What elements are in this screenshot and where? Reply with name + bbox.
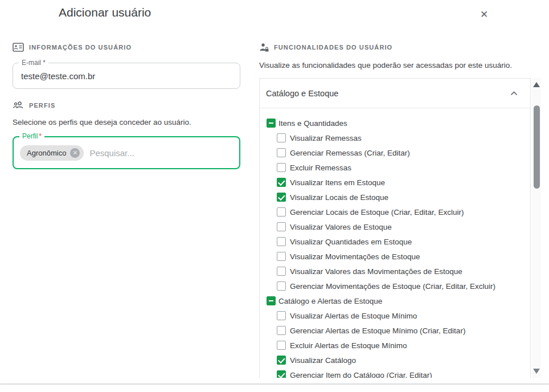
- functionality-item-row: Visualizar Valores de Estoque: [260, 219, 530, 234]
- functionality-item-row: Visualizar Itens em Estoque: [260, 175, 530, 190]
- contact-card-icon: [13, 43, 24, 52]
- functionality-item-label: Gerenciar Locais de Estoque (Criar, Edit…: [290, 208, 464, 217]
- functionality-group-label: Catálogo e Alertas de Estoque: [278, 297, 382, 305]
- functionality-list: Itens e Quantidades Visualizar Remessas …: [260, 108, 530, 378]
- functionality-item-label: Excluir Alertas de Estoque Mínimo: [290, 341, 407, 350]
- functionality-item-row: Gerenciar Alertas de Estoque Mínimo (Cri…: [260, 323, 530, 338]
- item-checkbox[interactable]: [277, 281, 286, 291]
- add-user-modal: Adicionar usuário ✕ INFORMAÇÕES DO USUÁR…: [0, 0, 549, 392]
- modal-bottom-edge: [0, 383, 549, 385]
- item-checkbox[interactable]: [277, 207, 286, 217]
- functionality-item-row: Visualizar Alertas de Estoque Mínimo: [260, 308, 530, 323]
- functionality-item-label: Gerenciar Alertas de Estoque Mínimo (Cri…: [290, 326, 465, 335]
- functionality-item-row: Gerenciar Remessas (Criar, Editar): [260, 145, 530, 160]
- functionality-item-row: Visualizar Quantidades em Estoque: [260, 234, 530, 249]
- functionality-item-row: Visualizar Catálogo: [260, 353, 530, 368]
- profile-chip-label: Agronômico: [27, 149, 66, 157]
- person-lock-icon: [259, 43, 269, 52]
- item-checkbox[interactable]: [277, 341, 286, 350]
- functionality-group-row: Itens e Quantidades: [260, 116, 530, 130]
- item-checkbox[interactable]: [277, 222, 286, 231]
- chip-remove-icon[interactable]: ✕: [70, 148, 80, 158]
- functionality-item-label: Visualizar Remessas: [290, 134, 362, 142]
- group-checkbox[interactable]: [267, 296, 276, 305]
- item-checkbox[interactable]: [277, 370, 286, 378]
- functionality-item-row: Visualizar Remessas: [260, 130, 530, 145]
- functionality-item-label: Visualizar Catálogo: [290, 356, 356, 365]
- profiles-description: Selecione os perfis que deseja conceder …: [13, 118, 246, 126]
- profile-chip[interactable]: Agronômico ✕: [20, 145, 84, 161]
- functionality-group-label: Itens e Quantidades: [278, 119, 347, 128]
- functionalities-description: Visualize as funcionalidades que poderão…: [259, 61, 532, 70]
- functionality-item-label: Gerenciar Movimentações de Estoque (Cria…: [290, 282, 495, 291]
- functionality-item-label: Visualizar Itens em Estoque: [290, 178, 385, 187]
- item-checkbox[interactable]: [277, 267, 286, 276]
- functionalities-panel: Catálogo e Estoque Itens e Quantidades V…: [259, 78, 531, 378]
- item-checkbox[interactable]: [277, 178, 286, 187]
- item-checkbox[interactable]: [277, 193, 286, 202]
- functionality-item-row: Gerenciar Item do Catálogo (Criar, Edita…: [260, 368, 530, 378]
- item-checkbox[interactable]: [277, 163, 286, 172]
- profile-search-input[interactable]: [89, 148, 192, 158]
- functionality-item-row: Gerenciar Locais de Estoque (Criar, Edit…: [260, 205, 530, 219]
- scroll-down-icon[interactable]: [533, 369, 540, 374]
- scrollbar[interactable]: [532, 78, 541, 378]
- section-title: FUNCIONALIDADES DO USUÁRIO: [274, 44, 392, 51]
- accordion-catalogo-estoque[interactable]: Catálogo e Estoque: [260, 79, 530, 108]
- functionality-item-row: Excluir Alertas de Estoque Mínimo: [260, 338, 530, 353]
- item-checkbox[interactable]: [277, 133, 286, 142]
- functionality-item-label: Visualizar Alertas de Estoque Mínimo: [290, 312, 417, 320]
- profile-field-label: Perfil *: [19, 132, 44, 140]
- item-checkbox[interactable]: [277, 237, 286, 246]
- accordion-title: Catálogo e Estoque: [266, 89, 338, 98]
- functionality-item-row: Visualizar Locais de Estoque: [260, 190, 530, 205]
- email-field-value: teste@teste.com.br: [21, 71, 95, 81]
- functionality-item-label: Excluir Remessas: [290, 164, 351, 172]
- item-checkbox[interactable]: [277, 252, 286, 261]
- functionality-item-label: Visualizar Movimentações de Estoque: [290, 252, 420, 261]
- functionality-item-label: Visualizar Valores de Estoque: [290, 223, 392, 231]
- functionality-item-row: Gerenciar Movimentações de Estoque (Cria…: [260, 279, 530, 293]
- page-title: Adicionar usuário: [59, 6, 151, 19]
- user-info-section-header: INFORMAÇÕES DO USUÁRIO: [13, 43, 132, 52]
- scroll-up-icon[interactable]: [533, 82, 540, 87]
- functionality-item-label: Visualizar Locais de Estoque: [290, 193, 388, 202]
- section-title: PERFIS: [29, 102, 55, 109]
- functionalities-section-header: FUNCIONALIDADES DO USUÁRIO: [259, 43, 392, 52]
- functionality-item-label: Visualizar Valores das Movimentações de …: [290, 267, 462, 276]
- profile-select-field[interactable]: Perfil * Agronômico ✕: [13, 136, 240, 169]
- section-title: INFORMAÇÕES DO USUÁRIO: [29, 44, 132, 51]
- item-checkbox[interactable]: [277, 148, 286, 157]
- required-asterisk: *: [39, 132, 42, 140]
- people-icon: [13, 101, 24, 109]
- item-checkbox[interactable]: [277, 326, 286, 335]
- email-field-label: E-mail *: [19, 59, 48, 67]
- chevron-up-icon[interactable]: [510, 91, 518, 96]
- item-checkbox[interactable]: [277, 356, 286, 365]
- profile-field-label-text: Perfil: [22, 132, 38, 140]
- item-checkbox[interactable]: [277, 311, 286, 320]
- functionality-item-row: Visualizar Movimentações de Estoque: [260, 249, 530, 264]
- functionality-group-row: Catálogo e Alertas de Estoque: [260, 293, 530, 308]
- scrollbar-thumb[interactable]: [534, 105, 540, 189]
- profiles-section-header: PERFIS: [13, 101, 55, 109]
- functionality-item-row: Excluir Remessas: [260, 160, 530, 175]
- functionality-item-row: Visualizar Valores das Movimentações de …: [260, 264, 530, 279]
- functionality-item-label: Visualizar Quantidades em Estoque: [290, 238, 412, 246]
- functionality-item-label: Gerenciar Remessas (Criar, Editar): [290, 149, 410, 157]
- group-checkbox[interactable]: [267, 119, 276, 128]
- email-field[interactable]: E-mail * teste@teste.com.br: [13, 63, 240, 89]
- close-icon[interactable]: ✕: [477, 8, 491, 22]
- functionality-item-label: Gerenciar Item do Catálogo (Criar, Edita…: [290, 371, 432, 378]
